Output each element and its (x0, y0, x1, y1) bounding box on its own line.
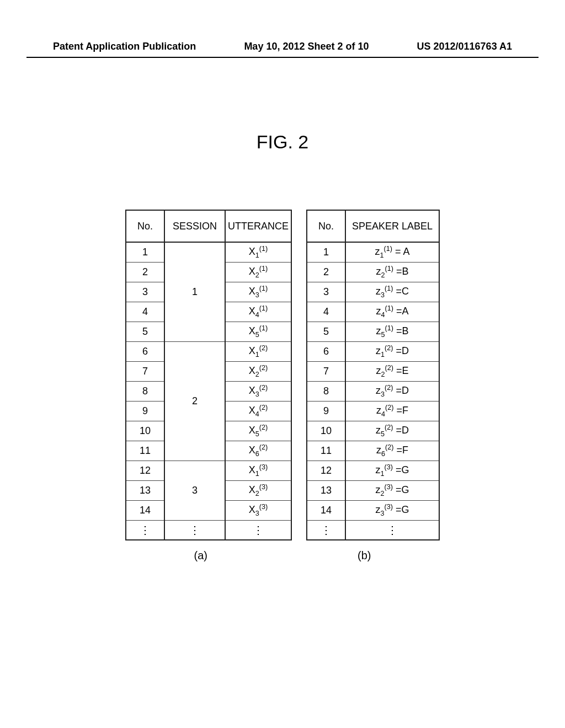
cell-utterance: X4(2) (225, 401, 291, 421)
cell-speaker-label: z4(2) =F (345, 401, 439, 421)
cell-speaker-label: z2(3) =G (345, 480, 439, 500)
cell-no: ⋮ (126, 520, 164, 540)
header-right: US 2012/0116763 A1 (417, 41, 512, 52)
cell-utterance: X3(2) (225, 381, 291, 401)
cell-utterance: X1(3) (225, 461, 291, 480)
cell-no: 11 (307, 441, 345, 461)
subfigure-captions: (a) (b) (0, 549, 565, 562)
cell-no: 11 (126, 441, 164, 461)
cell-no: 1 (307, 242, 345, 262)
cell-speaker-label: ⋮ (345, 520, 439, 540)
cell-no: 6 (126, 341, 164, 361)
cell-utterance: X2(2) (225, 361, 291, 381)
cell-no: 2 (307, 262, 345, 282)
header-left: Patent Application Publication (53, 41, 196, 52)
cell-utterance: X4(1) (225, 302, 291, 322)
cell-no: 8 (126, 381, 164, 401)
cell-utterance: X6(2) (225, 441, 291, 461)
cell-utterance: X3(1) (225, 282, 291, 302)
cell-utterance: X2(3) (225, 480, 291, 500)
cell-speaker-label: z1(3) =G (345, 461, 439, 480)
cell-speaker-label: z2(1) =B (345, 262, 439, 282)
utterance-table: No. SESSION UTTERANCE 11X1(1)2X2(1)3X3(1… (125, 210, 292, 540)
cell-utterance: X5(2) (225, 421, 291, 441)
cell-no: ⋮ (307, 520, 345, 540)
figure-label: FIG. 2 (0, 131, 565, 153)
cell-utterance: X2(1) (225, 262, 291, 282)
cell-no: 13 (126, 480, 164, 500)
cell-speaker-label: z4(1) =A (345, 302, 439, 322)
cell-no: 4 (307, 302, 345, 322)
caption-b: (b) (358, 549, 371, 562)
col-no: No. (126, 210, 164, 242)
col-utterance: UTTERANCE (225, 210, 291, 242)
cell-speaker-label: z3(3) =G (345, 500, 439, 520)
cell-no: 1 (126, 242, 164, 262)
cell-no: 14 (307, 500, 345, 520)
cell-no: 4 (126, 302, 164, 322)
caption-a: (a) (194, 549, 207, 562)
cell-speaker-label: z1(1) = A (345, 242, 439, 262)
cell-session: 3 (164, 461, 225, 520)
cell-speaker-label: z3(1) =C (345, 282, 439, 302)
page-header: Patent Application Publication May 10, 2… (26, 41, 539, 58)
cell-session: ⋮ (164, 520, 225, 540)
cell-speaker-label: z6(2) =F (345, 441, 439, 461)
cell-no: 7 (126, 361, 164, 381)
cell-no: 8 (307, 381, 345, 401)
col-speaker-label: SPEAKER LABEL (345, 210, 439, 242)
speaker-label-table: No. SPEAKER LABEL 1z1(1) = A2z2(1) =B3z3… (306, 210, 440, 540)
cell-speaker-label: z5(2) =D (345, 421, 439, 441)
cell-no: 10 (307, 421, 345, 441)
cell-utterance: X1(2) (225, 341, 291, 361)
cell-session: 2 (164, 341, 225, 461)
cell-no: 9 (126, 401, 164, 421)
cell-no: 14 (126, 500, 164, 520)
tables-container: No. SESSION UTTERANCE 11X1(1)2X2(1)3X3(1… (0, 210, 565, 540)
cell-utterance: X5(1) (225, 322, 291, 341)
cell-no: 3 (126, 282, 164, 302)
cell-utterance: X3(3) (225, 500, 291, 520)
cell-no: 7 (307, 361, 345, 381)
cell-utterance: ⋮ (225, 520, 291, 540)
cell-no: 6 (307, 341, 345, 361)
cell-no: 5 (126, 322, 164, 341)
cell-no: 10 (126, 421, 164, 441)
cell-no: 3 (307, 282, 345, 302)
cell-speaker-label: z1(2) =D (345, 341, 439, 361)
cell-no: 9 (307, 401, 345, 421)
cell-no: 12 (126, 461, 164, 480)
header-center: May 10, 2012 Sheet 2 of 10 (244, 41, 369, 52)
cell-speaker-label: z2(2) =E (345, 361, 439, 381)
col-session: SESSION (164, 210, 225, 242)
cell-no: 5 (307, 322, 345, 341)
cell-no: 2 (126, 262, 164, 282)
cell-no: 12 (307, 461, 345, 480)
cell-no: 13 (307, 480, 345, 500)
cell-speaker-label: z5(1) =B (345, 322, 439, 341)
cell-session: 1 (164, 242, 225, 341)
cell-speaker-label: z3(2) =D (345, 381, 439, 401)
col-no: No. (307, 210, 345, 242)
cell-utterance: X1(1) (225, 242, 291, 262)
